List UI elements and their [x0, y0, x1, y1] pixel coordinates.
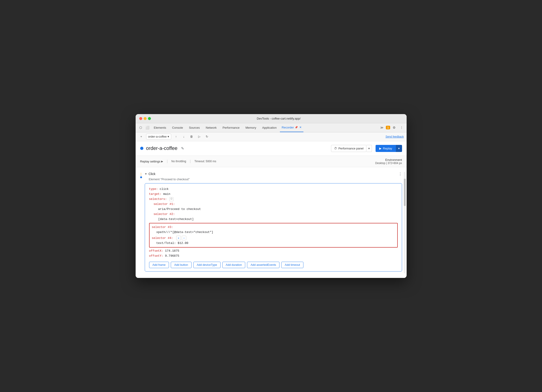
- tab-sources[interactable]: Sources: [186, 123, 202, 132]
- performance-panel-button[interactable]: ⏱ Performance panel: [331, 145, 366, 152]
- code-selectors-key: selectors:: [149, 197, 167, 201]
- selector-add-button[interactable]: +: [176, 236, 181, 240]
- selector-1-key: selector #1:: [154, 202, 175, 206]
- add-asserted-events-button[interactable]: Add assertedEvents: [247, 262, 279, 268]
- replay-play-icon: ▶: [379, 147, 381, 150]
- selector-remove-button[interactable]: −: [182, 236, 186, 240]
- add-button-button[interactable]: Add button: [171, 262, 191, 268]
- code-target-key: target:: [149, 192, 162, 196]
- tab-recorder-label: Recorder: [282, 126, 294, 129]
- tab-console[interactable]: Console: [169, 123, 186, 132]
- code-type-line: type: click: [149, 187, 398, 192]
- add-timeout-button[interactable]: Add timeout: [281, 262, 304, 268]
- code-offsetY-val: 9.796875: [165, 254, 179, 258]
- replay-chevron-button[interactable]: ▾: [396, 145, 402, 152]
- environment-device: Desktop: [375, 161, 385, 165]
- content-area: order-a-coffee ✎ ⏱ Performance panel ▾ ▶…: [136, 141, 406, 278]
- scrollbar-track: [404, 172, 406, 273]
- tab-elements[interactable]: Elements: [151, 123, 169, 132]
- selector-4-val: text/Total: $12.00: [156, 242, 188, 245]
- send-feedback-link[interactable]: Send feedback: [385, 135, 404, 138]
- add-frame-button[interactable]: Add frame: [149, 262, 169, 268]
- add-device-type-button[interactable]: Add deviceType: [193, 262, 221, 268]
- step-more-options-icon[interactable]: ⋮: [398, 172, 402, 176]
- close-button[interactable]: [139, 117, 142, 120]
- selector-1-val: aria/Proceed to checkout: [158, 207, 201, 211]
- step-code-block: type: click target: main selectors: ⬡: [145, 183, 402, 272]
- replay-settings-text: Replay settings: [140, 160, 161, 163]
- recording-title: order-a-coffee: [146, 145, 178, 151]
- code-offsetX-line: offsetX: 174.1875: [149, 248, 398, 253]
- selector-2-val: [data-test=checkout]: [158, 217, 194, 221]
- recorder-close-icon[interactable]: ✕: [299, 126, 302, 129]
- replay-settings-bar: Replay settings ▶ | No throttling | Time…: [136, 156, 406, 167]
- redo-icon[interactable]: ↻: [204, 134, 210, 140]
- play-icon[interactable]: ▷: [196, 134, 202, 140]
- step-description: Element "Proceed to checkout": [149, 177, 402, 181]
- tab-bar: ⬡ ⬜ Elements Console Sources Network Per…: [136, 123, 406, 132]
- replay-button[interactable]: ▶ Replay: [376, 145, 396, 152]
- code-offsetX-val: 174.1875: [165, 249, 179, 252]
- selector-3-key: selector #3:: [152, 226, 173, 229]
- devtools-window: DevTools - coffee-cart.netlify.app/ ⬡ ⬜ …: [136, 114, 406, 278]
- step-header: ▼ Click ⋮: [145, 172, 402, 176]
- performance-panel-chevron[interactable]: ▾: [366, 145, 372, 152]
- tab-network[interactable]: Network: [203, 123, 219, 132]
- step-expand-icon[interactable]: ▼: [145, 172, 147, 175]
- step-timeline: [140, 172, 142, 179]
- selector-highlighted-block: selector #3: xpath///*[@data-test="check…: [149, 223, 398, 247]
- selector-3-val: xpath///*[@data-test="checkout"]: [156, 231, 213, 234]
- header-actions: ⏱ Performance panel ▾ ▶ Replay ▾: [331, 145, 402, 152]
- code-type-key: type:: [149, 187, 158, 191]
- environment-section: Environment Desktop | 372×804 px: [375, 158, 402, 165]
- recorder-pin-icon: 📌: [295, 126, 298, 129]
- recording-name-label: order-a-coffee: [148, 135, 167, 138]
- notification-badge: 1: [386, 126, 390, 129]
- recording-content: ▼ Click ⋮ Element "Proceed to checkout" …: [136, 167, 406, 278]
- scrollbar-thumb[interactable]: [404, 179, 406, 206]
- code-offsetX-key: offsetX:: [149, 249, 163, 252]
- import-icon[interactable]: ↓: [181, 134, 187, 140]
- code-selectors-line: selectors: ⬡: [149, 197, 398, 202]
- selector-2-key: selector #2:: [154, 212, 175, 216]
- traffic-lights: [139, 117, 151, 120]
- chevron-down-icon: ▾: [168, 135, 169, 138]
- tab-memory[interactable]: Memory: [243, 123, 259, 132]
- tab-performance[interactable]: Performance: [220, 123, 242, 132]
- performance-panel-label: Performance panel: [338, 147, 363, 150]
- add-duration-button[interactable]: Add duration: [222, 262, 245, 268]
- code-offsetY-line: offsetY: 9.796875: [149, 253, 398, 258]
- maximize-button[interactable]: [148, 117, 151, 120]
- tab-recorder[interactable]: Recorder 📌 ✕: [280, 123, 304, 132]
- toolbar: + order-a-coffee ▾ ↑ ↓ 🗑 ▷ ↻ Send feedba…: [136, 132, 406, 141]
- new-recording-button[interactable]: +: [138, 134, 144, 140]
- more-options-icon[interactable]: ⋮: [398, 124, 405, 131]
- cursor-icon[interactable]: ⬡: [137, 124, 144, 131]
- tab-application[interactable]: Application: [259, 123, 279, 132]
- action-buttons: Add frame Add button Add deviceType Add …: [149, 262, 398, 268]
- selector-mode-icon[interactable]: ⬡: [169, 197, 173, 201]
- title-bar: DevTools - coffee-cart.netlify.app/: [136, 114, 406, 123]
- recording-header: order-a-coffee ✎ ⏱ Performance panel ▾ ▶…: [136, 141, 406, 156]
- minimize-button[interactable]: [144, 117, 146, 120]
- timeout-setting: Timeout: 5000 ms: [194, 160, 216, 163]
- step-type: Click: [148, 172, 155, 176]
- replay-settings-arrow-icon: ▶: [161, 160, 163, 163]
- timeline-line: [141, 173, 141, 176]
- device-icon[interactable]: ⬜: [144, 124, 151, 131]
- selector-2-block: selector #2: [data-test=checkout]: [154, 212, 398, 222]
- code-type-val: click: [160, 187, 168, 191]
- export-icon[interactable]: ↑: [173, 134, 179, 140]
- more-tabs-icon[interactable]: ≫: [379, 124, 385, 131]
- code-target-line: target: main: [149, 192, 398, 197]
- edit-recording-icon[interactable]: ✎: [181, 146, 184, 150]
- delete-icon[interactable]: 🗑: [189, 134, 195, 140]
- settings-icon[interactable]: ⚙: [391, 124, 397, 131]
- selector-4-key: selector #4:: [152, 236, 173, 240]
- environment-detail: Desktop | 372×804 px: [375, 161, 402, 165]
- replay-settings-toggle[interactable]: Replay settings ▶: [140, 160, 163, 163]
- recording-name-select[interactable]: order-a-coffee ▾: [146, 134, 171, 140]
- code-offsetY-key: offsetY:: [149, 254, 163, 258]
- window-title: DevTools - coffee-cart.netlify.app/: [155, 117, 403, 120]
- tab-right-icons: ≫ 1 ⚙ ⋮: [379, 124, 405, 131]
